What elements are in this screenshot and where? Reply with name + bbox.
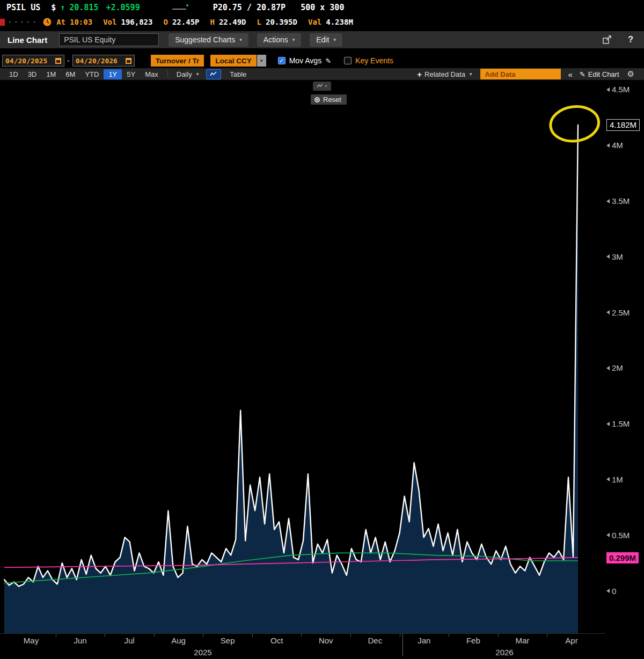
y-axis-tick-icon (606, 87, 610, 92)
period-toolbar: 1D3D1M6MYTD1Y5YMax Daily ▾ Table + Relat… (0, 68, 644, 80)
at-label: At (56, 18, 65, 26)
y-axis-tick-icon (606, 477, 610, 481)
sparkline-dot (186, 4, 188, 6)
period-tab-ytd[interactable]: YTD (80, 69, 104, 79)
help-button[interactable]: ? (628, 35, 633, 45)
field-selector-label: Turnover / Tr (156, 57, 200, 65)
high-value: 22.49D (219, 18, 246, 26)
calendar-icon[interactable] (55, 58, 61, 64)
x-axis-month-label: Dec (368, 636, 382, 645)
price-change: +2.0599 (106, 3, 140, 12)
x-axis-month-label: Jul (124, 636, 134, 645)
chart-style-mini-dropdown[interactable]: ▾ (313, 82, 331, 91)
calendar-icon[interactable] (126, 58, 131, 64)
last-price: 20.815 (69, 3, 98, 12)
low-value: 20.395D (266, 18, 297, 26)
y-axis-label-text: 0.5M (612, 531, 630, 540)
y-axis-tick-icon (606, 254, 610, 259)
y-axis-label: 1.5M (606, 419, 630, 429)
y-axis-label: 2.5M (606, 307, 630, 318)
table-button[interactable]: Table (230, 70, 246, 78)
x-axis-year-label: 2026 (495, 648, 513, 657)
period-tab-1y[interactable]: 1Y (104, 69, 122, 79)
low-label: L (257, 18, 261, 26)
date-from-input[interactable] (5, 57, 52, 65)
related-data-button[interactable]: + Related Data ▾ (417, 70, 472, 79)
toolbar-divider (167, 70, 168, 78)
x-axis-tick (547, 634, 547, 637)
x-axis-month-label: Sep (221, 636, 235, 645)
y-axis-label: 2M (606, 363, 623, 374)
x-axis-tick (449, 634, 449, 637)
up-arrow-icon: ↑ (60, 3, 65, 12)
open-label: O (163, 18, 167, 26)
pencil-icon[interactable]: ✎ (325, 57, 331, 65)
ticker-symbol: PSIL US (6, 3, 40, 12)
chevron-down-icon: ▾ (470, 71, 472, 77)
clock-icon (42, 17, 52, 27)
x-axis-tick (252, 634, 253, 637)
page-title: Line Chart (8, 35, 47, 45)
lot-size: 500 x 300 (301, 3, 344, 12)
mov-avgs-label: Mov Avgs (289, 56, 321, 65)
y-axis-label-text: 2M (612, 363, 623, 372)
chevron-down-icon: ▾ (333, 37, 336, 42)
chart-options-bar: - Turnover / Tr Local CCY ▾ ✓ Mov Avgs ✎… (0, 54, 644, 68)
date-from-field[interactable] (2, 55, 64, 67)
chart-panel[interactable]: ▾ Reset 4.5M4M3.5M3M2.5M2M1.5M1M0.5M0 4.… (0, 80, 644, 659)
export-icon[interactable] (602, 35, 612, 45)
ticker-header-line-1: PSIL US $ ↑ 20.815 +2.0599 P20.75 / 20.8… (0, 0, 644, 15)
period-tab-1d[interactable]: 1D (4, 69, 23, 79)
pencil-icon: ✎ (580, 70, 586, 78)
date-to-field[interactable] (72, 55, 135, 67)
y-axis-label-text: 2.5M (612, 308, 630, 317)
y-axis-tick-icon (606, 310, 610, 314)
edit-label: Edit (316, 35, 329, 44)
frequency-dropdown[interactable]: Daily ▾ (177, 70, 199, 78)
bloomberg-terminal-window: PSIL US $ ↑ 20.815 +2.0599 P20.75 / 20.8… (0, 0, 644, 659)
x-axis-month-label: Jun (74, 636, 86, 645)
key-events-label: Key Events (355, 56, 393, 65)
actions-label: Actions (264, 35, 288, 44)
period-tab-5y[interactable]: 5Y (122, 69, 140, 79)
collapse-panel-button[interactable]: « (568, 70, 572, 79)
period-tab-max[interactable]: Max (140, 69, 163, 79)
reset-button[interactable]: Reset (311, 94, 347, 105)
period-tab-1m[interactable]: 1M (41, 69, 61, 79)
gear-icon[interactable]: ⚙ (627, 69, 634, 79)
currency-selector[interactable]: Local CCY ▾ (210, 55, 266, 67)
dotted-leader: ····· (8, 18, 38, 26)
date-to-input[interactable] (76, 57, 122, 65)
x-axis-month-label: Apr (565, 636, 577, 645)
y-axis-label-text: 1M (612, 475, 623, 484)
line-chart-icon (210, 71, 217, 77)
key-events-checkbox[interactable] (344, 57, 352, 64)
plus-icon: + (417, 70, 422, 79)
y-axis-label: 3.5M (606, 196, 630, 207)
period-tab-6m[interactable]: 6M (61, 69, 80, 79)
x-axis-month-label: Aug (171, 636, 186, 645)
val-label: Val (308, 18, 321, 26)
currency-dropdown-button[interactable]: ▾ (257, 55, 266, 67)
edit-button[interactable]: Edit ▾ (310, 33, 342, 47)
actions-button[interactable]: Actions ▾ (257, 33, 301, 47)
x-axis-month-label: Nov (319, 636, 333, 645)
x-axis-month-label: May (24, 636, 39, 645)
line-chart-type-button[interactable] (206, 69, 221, 79)
period-tab-3d[interactable]: 3D (23, 69, 42, 79)
field-selector[interactable]: Turnover / Tr (151, 55, 204, 67)
year-separator-tick (402, 634, 403, 656)
security-input[interactable] (59, 33, 159, 46)
x-axis-tick (105, 634, 105, 637)
bid-ask: P20.75 / 20.87P (213, 3, 286, 12)
suggested-charts-button[interactable]: Suggested Charts ▾ (169, 33, 248, 47)
turnover-line (4, 125, 578, 587)
quote-time: 10:03 (70, 18, 92, 26)
val-value: 4.238M (326, 18, 353, 26)
add-data-input[interactable] (480, 69, 561, 79)
x-axis-month-label: Oct (270, 636, 283, 645)
mov-avgs-checkbox[interactable]: ✓ (278, 57, 286, 64)
y-axis-label: 4M (606, 140, 623, 151)
edit-chart-button[interactable]: ✎ Edit Chart (580, 70, 619, 78)
last-value-badge: 4.182M (606, 119, 640, 131)
